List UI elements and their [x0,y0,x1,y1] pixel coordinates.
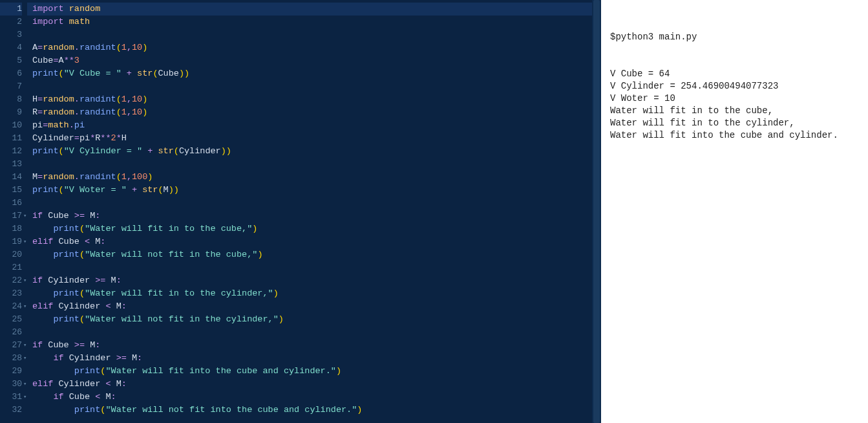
terminal-line: Water will fit in to the cube, [610,105,859,117]
code-line[interactable]: print("V Woter = " + str(M)) [27,184,592,197]
code-line[interactable]: print("Water will fit in to the cube,") [27,222,592,235]
code-line[interactable]: import random [27,3,592,16]
line-number: 23 [0,287,22,300]
code-line[interactable]: Cube=A**3 [27,54,592,67]
line-number: 21 [0,261,22,274]
code-line[interactable]: import math [27,16,592,28]
code-line[interactable] [27,261,592,274]
line-number: 16 [0,197,22,210]
code-line[interactable] [27,197,592,210]
terminal-line: Water will fit into the cube and cylinde… [610,129,859,142]
line-number: 20 [0,248,22,261]
line-number: 8 [0,93,22,106]
code-line[interactable]: if Cube < M: [27,391,592,404]
line-number: 31 [0,391,22,404]
terminal-line: Water will fit in to the cylinder, [610,117,859,129]
code-line[interactable] [27,326,592,339]
line-number: 30 [0,378,22,391]
line-number: 32 [0,404,22,417]
code-line[interactable]: if Cylinder >= M: [27,352,592,365]
fold-chevron-icon[interactable]: ▾ [23,210,26,222]
line-number: 26 [0,326,22,339]
code-line[interactable]: if Cylinder >= M: [27,274,592,287]
fold-chevron-icon[interactable]: ▾ [23,352,26,365]
line-number: 6 [0,67,22,80]
line-number: 28 [0,352,22,365]
terminal-output[interactable]: $python3 main.py V Cube = 64V Cylinder =… [601,0,868,423]
code-line[interactable]: print("Water will fit into the cube and … [27,365,592,378]
line-number: 2 [0,16,22,28]
line-number: 29 [0,365,22,378]
code-line[interactable]: print("V Cylinder = " + str(Cylinder)) [27,145,592,158]
code-line[interactable]: print("Water will not fit in the cube,") [27,248,592,261]
line-number: 7 [0,80,22,93]
code-line[interactable]: elif Cylinder < M: [27,378,592,391]
code-line[interactable]: R=random.randint(1,10) [27,106,592,119]
terminal-command: $python3 main.py [610,31,859,43]
code-line[interactable]: elif Cylinder < M: [27,300,592,313]
fold-chevron-icon[interactable]: ▾ [23,274,26,287]
code-line[interactable]: print("Water will fit in to the cylinder… [27,287,592,300]
code-line[interactable]: M=random.randint(1,100) [27,171,592,184]
line-number: 5 [0,54,22,67]
line-number: 13 [0,158,22,171]
line-number: 15 [0,184,22,197]
code-line[interactable]: A=random.randint(1,10) [27,41,592,54]
code-line[interactable]: elif Cube < M: [27,235,592,248]
line-number: 1 [0,3,22,16]
terminal-line: V Cube = 64 [610,68,859,80]
code-content[interactable]: import randomimport mathA=random.randint… [27,0,592,423]
line-number: 17 [0,210,22,222]
line-number: 22 [0,274,22,287]
line-number: 4 [0,41,22,54]
code-line[interactable]: pi=math.pi [27,119,592,132]
line-number: 27 [0,339,22,352]
editor-scrollbar[interactable] [592,0,601,423]
code-line[interactable]: print("Water will not fit in the cylinde… [27,313,592,326]
code-line[interactable]: Cylinder=pi*R**2*H [27,132,592,145]
line-number: 11 [0,132,22,145]
line-number: 14 [0,171,22,184]
line-number: 10 [0,119,22,132]
line-number: 9 [0,106,22,119]
fold-chevron-icon[interactable]: ▾ [23,235,26,248]
code-line[interactable]: if Cube >= M: [27,339,592,352]
scrollbar-thumb[interactable] [593,0,600,423]
terminal-line: V Woter = 10 [610,92,859,105]
fold-chevron-icon[interactable]: ▾ [23,378,26,391]
line-number: 24 [0,300,22,313]
fold-chevron-icon[interactable]: ▾ [23,339,26,352]
code-line[interactable] [27,28,592,41]
code-line[interactable]: H=random.randint(1,10) [27,93,592,106]
code-line[interactable]: if Cube >= M: [27,210,592,222]
fold-chevron-icon[interactable]: ▾ [23,300,26,313]
code-line[interactable]: print("V Cube = " + str(Cube)) [27,67,592,80]
code-editor[interactable]: 1234567891011121314151617181920212223242… [0,0,601,423]
terminal-line: V Cylinder = 254.46900494077323 [610,80,859,92]
line-number: 25 [0,313,22,326]
line-number: 19 [0,235,22,248]
terminal-lines: V Cube = 64V Cylinder = 254.469004940773… [610,68,859,142]
code-line[interactable] [27,80,592,93]
line-number: 3 [0,28,22,41]
line-number: 12 [0,145,22,158]
code-line[interactable] [27,158,592,171]
line-number: 18 [0,222,22,235]
fold-chevron-icon[interactable]: ▾ [23,391,26,404]
code-line[interactable]: print("Water will not fit into the cube … [27,404,592,417]
